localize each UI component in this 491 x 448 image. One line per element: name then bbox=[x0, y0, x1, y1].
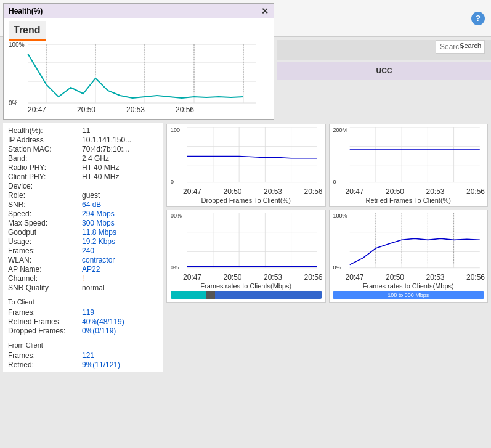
retried-chart-title: Retried Frames To Client(%) bbox=[332, 197, 485, 204]
mac-val: 70:4d:7b:10:... bbox=[82, 145, 129, 153]
info-row-band: Band: 2.4 GHz bbox=[8, 154, 158, 163]
x-label-3r: 20:53 bbox=[426, 187, 444, 196]
retried-frames-chart: 200M 0 20:47 20:50 20:53 bbox=[329, 124, 489, 207]
health-title-bar: Health(%) ✕ bbox=[4, 4, 274, 18]
framerate-left-x-labels: 20:47 20:50 20:53 20:56 bbox=[183, 273, 323, 282]
frames-key: Frames: bbox=[8, 246, 82, 255]
dropped-chart-title: Dropped Frames To Client(%) bbox=[169, 197, 323, 204]
snrquality-val: normal bbox=[82, 283, 105, 292]
x-label-1fr: 20:47 bbox=[346, 273, 364, 282]
health-popup: Health(%) ✕ Trend 100% 0% bbox=[3, 3, 274, 120]
to-client-dropped-row: Dropped Frames: 0%(0/119) bbox=[8, 327, 158, 335]
framerate-left-svg bbox=[182, 213, 323, 271]
band-val: 2.4 GHz bbox=[82, 154, 109, 163]
info-row-maxspeed: Max Speed: 300 Mbps bbox=[8, 219, 158, 227]
band-key: Band: bbox=[8, 154, 82, 163]
ucc-label: UCC bbox=[376, 67, 392, 75]
speed-key: Speed: bbox=[8, 210, 82, 218]
svg-text:20:56: 20:56 bbox=[176, 105, 194, 114]
snr-val: 64 dB bbox=[82, 200, 101, 209]
help-button[interactable]: ? bbox=[471, 12, 485, 25]
clientphy-val: HT 40 MHz bbox=[82, 173, 119, 181]
retried-x-labels: 20:47 20:50 20:53 20:56 bbox=[346, 187, 485, 196]
info-row-mac: Station MAC: 70:4d:7b:10:... bbox=[8, 145, 158, 153]
goodput-val: 11.8 Mbps bbox=[82, 228, 116, 237]
info-row-frames: Frames: 240 bbox=[8, 246, 158, 255]
ucc-bar: UCC bbox=[277, 62, 491, 80]
info-row-wlan: WLAN: contractor bbox=[8, 256, 158, 264]
x-label-4fr: 20:56 bbox=[466, 273, 485, 282]
framerate-left-y-top: 00% bbox=[171, 213, 182, 219]
apname-key: AP Name: bbox=[8, 265, 82, 274]
x-label-1r: 20:47 bbox=[346, 187, 364, 196]
speed-val: 294 Mbps bbox=[82, 210, 115, 218]
to-client-frames-key: Frames: bbox=[8, 308, 82, 317]
x-label-2: 20:50 bbox=[223, 187, 241, 196]
retried-svg bbox=[344, 127, 485, 185]
legend-dark bbox=[206, 291, 215, 299]
x-label-4r: 20:56 bbox=[466, 187, 485, 196]
info-row-apname: AP Name: AP22 bbox=[8, 265, 158, 274]
retried-y-bottom: 0 bbox=[333, 179, 336, 185]
charts-row-1: 100 0 20:47 20:50 20:53 bbox=[166, 124, 488, 207]
to-client-dropped-val: 0%(0/119) bbox=[82, 327, 116, 335]
info-row-radiophy: Radio PHY: HT 40 MHz bbox=[8, 163, 158, 172]
legend-bar-left bbox=[171, 291, 322, 299]
info-row-usage: Usage: 19.2 Kbps bbox=[8, 237, 158, 246]
x-label-4: 20:56 bbox=[304, 187, 322, 196]
snrquality-key: SNR Quality bbox=[8, 283, 82, 292]
info-panel: Health(%): 11 IP Address 10.1.141.150...… bbox=[3, 123, 163, 372]
retried-y-top: 200M bbox=[333, 127, 347, 133]
to-client-section: To Client Frames: 119 Retried Frames: 40… bbox=[8, 298, 158, 335]
info-row-goodput: Goodput 11.8 Mbps bbox=[8, 228, 158, 237]
mac-key: Station MAC: bbox=[8, 145, 82, 153]
legend-bar-right: 108 to 300 Mbps bbox=[333, 291, 484, 299]
ip-val: 10.1.141.150... bbox=[82, 136, 131, 144]
trend-label: Trend bbox=[9, 21, 46, 41]
info-row-snrquality: SNR Quality normal bbox=[8, 283, 158, 292]
legend-blue bbox=[215, 291, 321, 299]
info-row-channel: Channel: ! bbox=[8, 274, 158, 283]
chart-y-top: 100% bbox=[9, 41, 25, 48]
health-val: 11 bbox=[82, 126, 90, 135]
info-row-clientphy: Client PHY: HT 40 MHz bbox=[8, 173, 158, 181]
search-label: Search bbox=[460, 42, 481, 49]
info-row-device: Device: bbox=[8, 182, 158, 190]
close-button[interactable]: ✕ bbox=[261, 6, 269, 16]
chart-y-bottom: 0% bbox=[9, 100, 17, 107]
dropped-frames-chart: 100 0 20:47 20:50 20:53 bbox=[166, 124, 326, 207]
x-label-3: 20:53 bbox=[264, 187, 282, 196]
to-client-retried-val: 40%(48/119) bbox=[82, 317, 124, 326]
health-title: Health(%) bbox=[9, 7, 43, 15]
radiophy-val: HT 40 MHz bbox=[82, 163, 119, 172]
framerate-right-title: Frames rates to Clients(Mbps) bbox=[332, 282, 485, 290]
from-client-title: From Client bbox=[8, 341, 158, 349]
legend-right-label: 108 to 300 Mbps bbox=[388, 292, 429, 298]
info-row-snr: SNR: 64 dB bbox=[8, 200, 158, 209]
health-key: Health(%): bbox=[8, 126, 82, 135]
info-row-health: Health(%): 11 bbox=[8, 126, 158, 135]
usage-val: 19.2 Kbps bbox=[82, 237, 115, 246]
health-chart-svg: 20:47 20:50 20:53 20:56 bbox=[9, 41, 269, 115]
wlan-key: WLAN: bbox=[8, 256, 82, 264]
from-client-frames-key: Frames: bbox=[8, 351, 82, 360]
x-label-4fl: 20:56 bbox=[304, 273, 322, 282]
search-area: Search bbox=[436, 40, 485, 54]
charts-area: 100 0 20:47 20:50 20:53 bbox=[163, 122, 491, 304]
maxspeed-key: Max Speed: bbox=[8, 219, 82, 227]
from-client-frames-val: 121 bbox=[82, 351, 94, 360]
from-client-retried-row: Retried: 9%(11/121) bbox=[8, 360, 158, 369]
to-client-frames-row: Frames: 119 bbox=[8, 308, 158, 317]
framerate-right-x-labels: 20:47 20:50 20:53 20:56 bbox=[346, 273, 485, 282]
to-client-dropped-key: Dropped Frames: bbox=[8, 327, 82, 335]
framerate-right-svg bbox=[344, 213, 485, 271]
svg-text:20:50: 20:50 bbox=[77, 105, 95, 114]
to-client-title: To Client bbox=[8, 298, 158, 306]
x-label-1fl: 20:47 bbox=[183, 273, 201, 282]
from-client-retried-val: 9%(11/121) bbox=[82, 360, 120, 369]
x-label-3fl: 20:53 bbox=[264, 273, 282, 282]
from-client-section: From Client Frames: 121 Retried: 9%(11/1… bbox=[8, 341, 158, 369]
role-val: guest bbox=[82, 191, 100, 200]
svg-text:20:53: 20:53 bbox=[126, 105, 145, 114]
apname-val: AP22 bbox=[82, 265, 100, 274]
